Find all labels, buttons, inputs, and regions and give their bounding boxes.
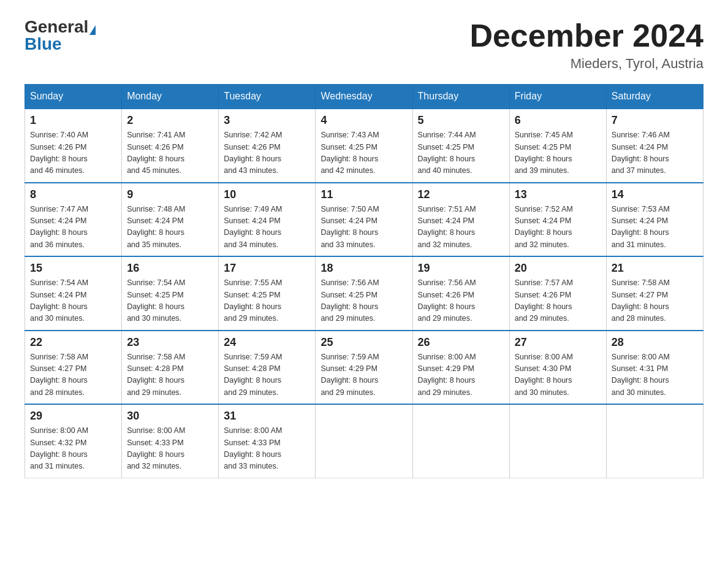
calendar-cell: 2 Sunrise: 7:41 AMSunset: 4:26 PMDayligh…: [122, 109, 219, 183]
calendar-cell: 23 Sunrise: 7:58 AMSunset: 4:28 PMDaylig…: [122, 331, 219, 405]
weekday-header-thursday: Thursday: [412, 85, 509, 109]
day-info: Sunrise: 8:00 AMSunset: 4:33 PMDaylight:…: [224, 425, 310, 473]
calendar-cell: 5 Sunrise: 7:44 AMSunset: 4:25 PMDayligh…: [412, 109, 509, 183]
day-info: Sunrise: 7:59 AMSunset: 4:29 PMDaylight:…: [320, 351, 407, 399]
day-number: 23: [127, 336, 213, 349]
day-info: Sunrise: 7:41 AMSunset: 4:26 PMDaylight:…: [127, 129, 213, 177]
week-row-2: 8 Sunrise: 7:47 AMSunset: 4:24 PMDayligh…: [25, 183, 703, 257]
day-number: 29: [30, 410, 116, 423]
day-number: 26: [418, 336, 504, 349]
calendar-table: SundayMondayTuesdayWednesdayThursdayFrid…: [25, 84, 703, 478]
day-number: 16: [127, 262, 213, 275]
day-number: 2: [127, 114, 213, 127]
day-number: 5: [418, 114, 504, 127]
calendar-cell: 20 Sunrise: 7:57 AMSunset: 4:26 PMDaylig…: [509, 256, 606, 331]
calendar-cell: 7 Sunrise: 7:46 AMSunset: 4:24 PMDayligh…: [606, 109, 703, 183]
weekday-header-row: SundayMondayTuesdayWednesdayThursdayFrid…: [25, 85, 703, 109]
day-number: 25: [320, 336, 407, 349]
calendar-cell: 21 Sunrise: 7:58 AMSunset: 4:27 PMDaylig…: [606, 256, 703, 331]
day-info: Sunrise: 7:58 AMSunset: 4:27 PMDaylight:…: [612, 277, 698, 325]
day-info: Sunrise: 7:57 AMSunset: 4:26 PMDaylight:…: [515, 277, 601, 325]
logo-top: General: [25, 18, 96, 36]
calendar-cell: 24 Sunrise: 7:59 AMSunset: 4:28 PMDaylig…: [219, 331, 316, 405]
day-info: Sunrise: 7:56 AMSunset: 4:26 PMDaylight:…: [418, 277, 504, 325]
calendar-cell: 17 Sunrise: 7:55 AMSunset: 4:25 PMDaylig…: [219, 256, 316, 331]
day-number: 31: [224, 410, 310, 423]
calendar-cell: 3 Sunrise: 7:42 AMSunset: 4:26 PMDayligh…: [219, 109, 316, 183]
day-info: Sunrise: 8:00 AMSunset: 4:33 PMDaylight:…: [127, 425, 213, 473]
month-title: December 2024: [469, 18, 703, 53]
calendar-cell: 27 Sunrise: 8:00 AMSunset: 4:30 PMDaylig…: [509, 331, 606, 405]
calendar-cell: 11 Sunrise: 7:50 AMSunset: 4:24 PMDaylig…: [316, 183, 412, 257]
calendar-cell: 31 Sunrise: 8:00 AMSunset: 4:33 PMDaylig…: [219, 404, 316, 478]
day-number: 8: [30, 188, 116, 201]
calendar-cell: [606, 404, 703, 478]
calendar-cell: 28 Sunrise: 8:00 AMSunset: 4:31 PMDaylig…: [606, 331, 703, 405]
day-info: Sunrise: 7:49 AMSunset: 4:24 PMDaylight:…: [224, 204, 310, 251]
day-number: 24: [224, 336, 310, 349]
day-info: Sunrise: 7:55 AMSunset: 4:25 PMDaylight:…: [224, 277, 310, 325]
day-number: 10: [224, 188, 310, 201]
day-info: Sunrise: 7:58 AMSunset: 4:28 PMDaylight:…: [127, 351, 213, 399]
day-number: 15: [30, 262, 116, 275]
week-row-3: 15 Sunrise: 7:54 AMSunset: 4:24 PMDaylig…: [25, 256, 703, 331]
title-area: December 2024 Mieders, Tyrol, Austria: [469, 18, 703, 72]
day-number: 28: [612, 336, 698, 349]
calendar-cell: 29 Sunrise: 8:00 AMSunset: 4:32 PMDaylig…: [25, 404, 122, 478]
day-info: Sunrise: 7:58 AMSunset: 4:27 PMDaylight:…: [30, 351, 116, 399]
day-info: Sunrise: 7:45 AMSunset: 4:25 PMDaylight:…: [515, 129, 601, 177]
day-number: 30: [127, 410, 213, 423]
day-info: Sunrise: 7:43 AMSunset: 4:25 PMDaylight:…: [320, 129, 407, 177]
weekday-header-saturday: Saturday: [606, 85, 703, 109]
day-number: 17: [224, 262, 310, 275]
day-number: 3: [224, 114, 310, 127]
day-info: Sunrise: 7:42 AMSunset: 4:26 PMDaylight:…: [224, 129, 310, 177]
calendar-cell: 30 Sunrise: 8:00 AMSunset: 4:33 PMDaylig…: [122, 404, 219, 478]
calendar-cell: 13 Sunrise: 7:52 AMSunset: 4:24 PMDaylig…: [509, 183, 606, 257]
day-number: 4: [320, 114, 407, 127]
page-header: General Blue December 2024 Mieders, Tyro…: [25, 18, 703, 72]
weekday-header-sunday: Sunday: [25, 85, 122, 109]
calendar-cell: [412, 404, 509, 478]
day-number: 22: [30, 336, 116, 349]
day-info: Sunrise: 7:59 AMSunset: 4:28 PMDaylight:…: [224, 351, 310, 399]
day-info: Sunrise: 8:00 AMSunset: 4:29 PMDaylight:…: [418, 351, 504, 399]
weekday-header-tuesday: Tuesday: [219, 85, 316, 109]
day-info: Sunrise: 8:00 AMSunset: 4:30 PMDaylight:…: [515, 351, 601, 399]
day-number: 13: [515, 188, 601, 201]
logo-triangle-icon: [89, 25, 96, 35]
day-number: 21: [612, 262, 698, 275]
calendar-cell: 1 Sunrise: 7:40 AMSunset: 4:26 PMDayligh…: [25, 109, 122, 183]
week-row-4: 22 Sunrise: 7:58 AMSunset: 4:27 PMDaylig…: [25, 331, 703, 405]
calendar-cell: 9 Sunrise: 7:48 AMSunset: 4:24 PMDayligh…: [122, 183, 219, 257]
weekday-header-friday: Friday: [509, 85, 606, 109]
calendar-cell: 26 Sunrise: 8:00 AMSunset: 4:29 PMDaylig…: [412, 331, 509, 405]
day-number: 6: [515, 114, 601, 127]
calendar-cell: 6 Sunrise: 7:45 AMSunset: 4:25 PMDayligh…: [509, 109, 606, 183]
day-number: 19: [418, 262, 504, 275]
day-info: Sunrise: 7:52 AMSunset: 4:24 PMDaylight:…: [515, 204, 601, 251]
calendar-cell: 10 Sunrise: 7:49 AMSunset: 4:24 PMDaylig…: [219, 183, 316, 257]
day-info: Sunrise: 7:40 AMSunset: 4:26 PMDaylight:…: [30, 129, 116, 177]
day-info: Sunrise: 7:44 AMSunset: 4:25 PMDaylight:…: [418, 129, 504, 177]
logo-blue-text: Blue: [25, 34, 62, 53]
calendar-cell: 18 Sunrise: 7:56 AMSunset: 4:25 PMDaylig…: [316, 256, 412, 331]
day-info: Sunrise: 7:54 AMSunset: 4:25 PMDaylight:…: [127, 277, 213, 325]
day-number: 20: [515, 262, 601, 275]
calendar-cell: 16 Sunrise: 7:54 AMSunset: 4:25 PMDaylig…: [122, 256, 219, 331]
day-info: Sunrise: 7:56 AMSunset: 4:25 PMDaylight:…: [320, 277, 407, 325]
day-info: Sunrise: 7:54 AMSunset: 4:24 PMDaylight:…: [30, 277, 116, 325]
day-info: Sunrise: 7:48 AMSunset: 4:24 PMDaylight:…: [127, 204, 213, 251]
calendar-cell: 19 Sunrise: 7:56 AMSunset: 4:26 PMDaylig…: [412, 256, 509, 331]
calendar-cell: 12 Sunrise: 7:51 AMSunset: 4:24 PMDaylig…: [412, 183, 509, 257]
week-row-5: 29 Sunrise: 8:00 AMSunset: 4:32 PMDaylig…: [25, 404, 703, 478]
calendar-cell: 8 Sunrise: 7:47 AMSunset: 4:24 PMDayligh…: [25, 183, 122, 257]
day-number: 18: [320, 262, 407, 275]
logo-bottom: Blue: [25, 36, 62, 53]
calendar-cell: [509, 404, 606, 478]
location: Mieders, Tyrol, Austria: [469, 56, 703, 72]
day-info: Sunrise: 8:00 AMSunset: 4:31 PMDaylight:…: [612, 351, 698, 399]
day-number: 1: [30, 114, 116, 127]
day-info: Sunrise: 8:00 AMSunset: 4:32 PMDaylight:…: [30, 425, 116, 473]
day-number: 9: [127, 188, 213, 201]
